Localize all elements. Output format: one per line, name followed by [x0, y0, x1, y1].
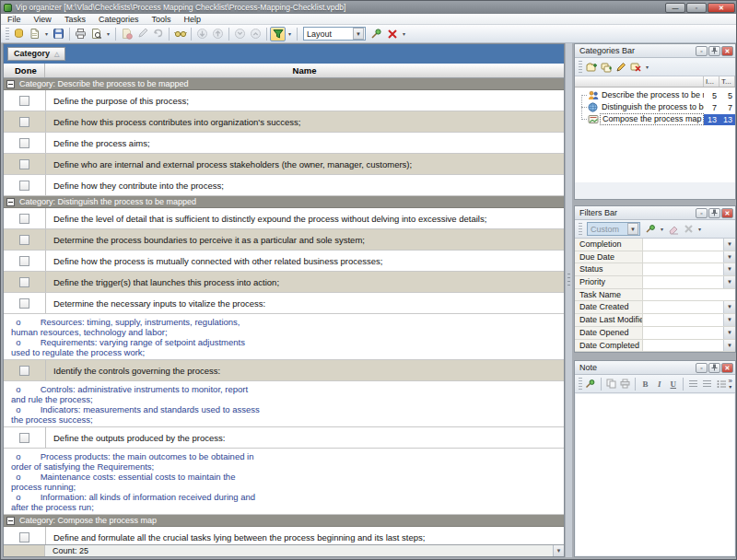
category-tree-item[interactable]: Compose the process map1313: [575, 113, 735, 125]
task-row[interactable]: Define the level of detail that is suffi…: [4, 208, 564, 229]
note-pin-icon[interactable]: [708, 363, 720, 373]
collapse-all-icon[interactable]: [248, 27, 263, 41]
undo-icon[interactable]: [150, 27, 166, 41]
edit-category-icon[interactable]: [614, 60, 628, 74]
bold-icon[interactable]: B: [638, 377, 652, 391]
task-checkbox[interactable]: [19, 532, 29, 542]
bullet-list-icon[interactable]: [714, 377, 728, 391]
note-save-icon[interactable]: [584, 377, 598, 391]
task-row[interactable]: Define how the process is mutually conne…: [4, 251, 564, 272]
menu-view[interactable]: View: [28, 14, 58, 25]
collapse-icon[interactable]: [6, 198, 15, 206]
scroll-down-icon[interactable]: ▼: [553, 545, 564, 556]
filter-dropdown-icon[interactable]: ▼: [723, 251, 735, 263]
clear-filter-icon[interactable]: [666, 222, 681, 236]
filter-value-field[interactable]: [643, 251, 723, 263]
filter-value-field[interactable]: [643, 276, 723, 288]
filter-value-field[interactable]: [643, 289, 735, 301]
layout-combobox-dropdown-icon[interactable]: ▼: [353, 28, 364, 40]
categories-name-column-header[interactable]: [575, 76, 704, 87]
open-database-icon[interactable]: [27, 27, 42, 41]
task-row[interactable]: Identify the controls governing the proc…: [4, 360, 564, 381]
move-down-icon[interactable]: [194, 27, 210, 41]
print-dropdown-icon[interactable]: ▾: [104, 30, 112, 37]
task-checkbox[interactable]: [19, 366, 29, 376]
menu-tools[interactable]: Tools: [145, 14, 177, 25]
expand-all-icon[interactable]: [232, 27, 248, 41]
category-tree-item[interactable]: Distinguish the process to be mapped77: [575, 101, 735, 113]
edit-task-icon[interactable]: [135, 27, 150, 41]
filter-toggle-icon[interactable]: [270, 27, 286, 41]
filters-close-icon[interactable]: ✕: [721, 208, 733, 218]
note-toolbar-overflow-icon[interactable]: »▾: [729, 379, 735, 390]
filter-dropdown-icon[interactable]: ▼: [723, 327, 735, 339]
task-row[interactable]: Determine the process boundaries to perc…: [4, 229, 564, 251]
move-up-icon[interactable]: [210, 27, 226, 41]
task-row[interactable]: Determine the necessary inputs to vitali…: [4, 293, 564, 314]
layout-combobox[interactable]: Layout ▼: [303, 27, 366, 41]
note-close-icon[interactable]: ✕: [721, 363, 733, 373]
note-copy-icon[interactable]: [604, 377, 618, 391]
filter-value-field[interactable]: [643, 314, 723, 326]
category-tree-item[interactable]: Describe the process to be mapped55: [575, 89, 735, 101]
task-row[interactable]: Define how this process contributes into…: [4, 111, 564, 133]
group-by-category-button[interactable]: Category△: [7, 47, 65, 61]
task-row[interactable]: Define the process aims;: [4, 133, 564, 154]
column-header-name[interactable]: Name: [45, 64, 564, 77]
task-note-row[interactable]: o Process products: the main outcomes to…: [4, 449, 564, 515]
menu-file[interactable]: File: [1, 14, 28, 25]
new-task-icon[interactable]: [119, 27, 135, 41]
note-restore-icon[interactable]: ▫: [696, 363, 708, 373]
delete-layout-icon[interactable]: [384, 27, 400, 41]
collapse-icon[interactable]: [6, 517, 15, 525]
categories-close-icon[interactable]: ✕: [721, 46, 733, 56]
apply-layout-icon[interactable]: [368, 27, 384, 41]
print-icon[interactable]: [73, 27, 88, 41]
close-button[interactable]: ✕: [708, 3, 735, 13]
category-group-row[interactable]: Category: Describe the process to be map…: [4, 78, 564, 90]
apply-filter-dropdown-icon[interactable]: ▾: [658, 226, 666, 232]
layout-overflow-icon[interactable]: ▾: [400, 30, 408, 37]
delete-filter-icon[interactable]: [681, 222, 696, 236]
filter-preset-combobox[interactable]: Custom ▼: [587, 222, 640, 236]
filter-dropdown-icon[interactable]: ▼: [723, 340, 735, 352]
open-dropdown-icon[interactable]: ▾: [42, 30, 51, 37]
filter-value-field[interactable]: [643, 301, 723, 313]
category-group-row[interactable]: Category: Distinguish the process to be …: [4, 196, 564, 208]
categories-count2-column-header[interactable]: T...: [719, 76, 735, 87]
task-checkbox[interactable]: [19, 235, 29, 245]
menu-tasks[interactable]: Tasks: [58, 14, 92, 25]
categories-restore-icon[interactable]: ▫: [696, 46, 708, 56]
categories-toolbar-overflow-icon[interactable]: ▾: [643, 64, 651, 70]
task-checkbox[interactable]: [19, 96, 29, 106]
task-checkbox[interactable]: [19, 256, 29, 266]
vertical-splitter[interactable]: [566, 43, 572, 557]
filter-dropdown-icon[interactable]: ▼: [723, 314, 735, 326]
task-note-row[interactable]: o Controls: administrative instruments t…: [4, 381, 564, 427]
filter-value-field[interactable]: [643, 239, 723, 251]
task-checkbox[interactable]: [19, 214, 29, 224]
task-checkbox[interactable]: [19, 138, 29, 148]
filter-value-field[interactable]: [643, 263, 723, 275]
task-checkbox[interactable]: [19, 159, 29, 169]
maximize-button[interactable]: ▫: [686, 3, 707, 13]
apply-filter-icon[interactable]: [643, 222, 658, 236]
view-options-icon[interactable]: [172, 27, 188, 41]
filters-pin-icon[interactable]: [708, 208, 720, 218]
new-database-icon[interactable]: [11, 27, 27, 41]
task-checkbox[interactable]: [19, 117, 29, 127]
print-preview-icon[interactable]: [88, 27, 104, 41]
delete-category-icon[interactable]: [628, 60, 643, 74]
task-row[interactable]: Define the trigger(s) that launches this…: [4, 272, 564, 293]
task-row[interactable]: Define the outputs produced by the proce…: [4, 427, 564, 449]
filter-dropdown-icon[interactable]: ▼: [723, 301, 735, 313]
filter-preset-dropdown-icon[interactable]: ▼: [627, 223, 638, 235]
filter-dropdown-icon[interactable]: ▼: [723, 239, 735, 251]
align-left-icon[interactable]: [686, 377, 700, 391]
task-row[interactable]: Define how they contribute into the proc…: [4, 175, 564, 196]
column-header-done[interactable]: Done: [4, 64, 45, 77]
task-note-row[interactable]: o Resources: timing, supply, instruments…: [4, 314, 564, 360]
collapse-icon[interactable]: [6, 80, 15, 88]
filter-dropdown-icon[interactable]: ▾: [286, 30, 294, 37]
filters-toolbar-overflow-icon[interactable]: ▾: [696, 226, 704, 232]
